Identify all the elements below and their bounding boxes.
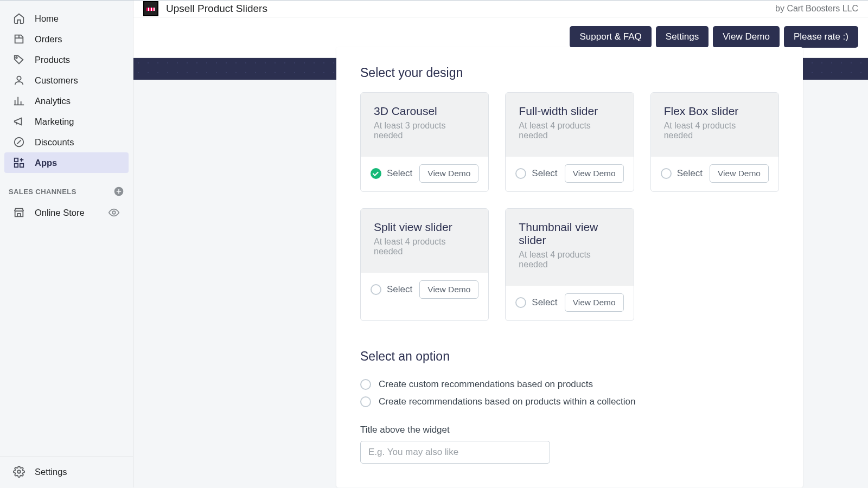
orders-icon	[13, 33, 25, 45]
discount-icon	[13, 136, 25, 148]
eye-icon[interactable]	[108, 207, 120, 219]
apps-icon	[13, 157, 25, 169]
svg-rect-5	[15, 164, 18, 167]
option-radio-item[interactable]: Create recommendations based on products…	[360, 393, 779, 410]
support-faq-button[interactable]: Support & FAQ	[570, 26, 651, 48]
design-card-title: Thumbnail view slider	[519, 221, 620, 247]
design-card-footer: Select View Demo	[651, 157, 778, 191]
design-card-subtitle: At least 4 products needed	[664, 121, 765, 140]
design-card-subtitle: At least 4 products needed	[374, 237, 475, 256]
design-select-radio[interactable]: Select	[371, 168, 412, 179]
design-view-demo-button[interactable]: View Demo	[565, 164, 624, 183]
svg-point-0	[16, 57, 17, 59]
nav-apps[interactable]: Apps	[4, 152, 129, 173]
megaphone-icon	[13, 115, 25, 127]
design-view-demo-button[interactable]: View Demo	[710, 164, 769, 183]
topbar: Upsell Product Sliders by Cart Boosters …	[133, 1, 868, 17]
design-card-footer: Select View Demo	[506, 157, 633, 191]
design-card-header: 3D Carousel At least 3 products needed	[361, 93, 488, 157]
design-card: Split view slider At least 4 products ne…	[360, 208, 489, 321]
nav-label: Analytics	[35, 96, 71, 106]
design-card-header: Split view slider At least 4 products ne…	[361, 209, 488, 273]
please-rate-button[interactable]: Please rate :)	[784, 26, 858, 48]
radio-icon	[360, 396, 371, 407]
widget-title-label: Title above the widget	[360, 425, 779, 435]
design-card-header: Full-width slider At least 4 products ne…	[506, 93, 633, 157]
svg-point-1	[17, 76, 21, 80]
design-card-subtitle: At least 4 products needed	[519, 250, 620, 269]
nav-customers[interactable]: Customers	[4, 70, 129, 91]
svg-rect-4	[20, 164, 23, 167]
design-card: Flex Box slider At least 4 products need…	[650, 92, 779, 192]
gear-icon	[13, 466, 25, 478]
option-label: Create custom recommendations based on p…	[379, 379, 593, 390]
design-card-title: Flex Box slider	[664, 105, 765, 118]
design-select-radio[interactable]: Select	[515, 168, 557, 179]
nav-label: Settings	[35, 467, 67, 477]
radio-icon	[371, 284, 381, 295]
option-label: Create recommendations based on products…	[379, 396, 635, 407]
nav-label: Online Store	[35, 208, 85, 218]
design-view-demo-button[interactable]: View Demo	[419, 280, 478, 299]
nav-orders[interactable]: Orders	[4, 29, 129, 49]
design-section-title: Select your design	[360, 66, 779, 80]
design-card-header: Thumbnail view slider At least 4 product…	[506, 209, 633, 286]
design-card: Thumbnail view slider At least 4 product…	[505, 208, 634, 321]
option-list: Create custom recommendations based on p…	[360, 376, 779, 410]
design-card-header: Flex Box slider At least 4 products need…	[651, 93, 778, 157]
nav-discounts[interactable]: Discounts	[4, 132, 129, 152]
widget-title-input[interactable]	[360, 441, 550, 464]
store-icon	[13, 207, 25, 219]
home-icon	[13, 12, 25, 24]
design-view-demo-button[interactable]: View Demo	[419, 164, 478, 183]
analytics-icon	[13, 95, 25, 107]
radio-icon	[360, 379, 371, 390]
app-title: Upsell Product Sliders	[166, 3, 267, 15]
radio-label: Select	[532, 168, 557, 179]
radio-icon	[515, 168, 526, 179]
design-card-footer: Select View Demo	[506, 286, 633, 320]
option-radio-item[interactable]: Create custom recommendations based on p…	[360, 376, 779, 393]
nav-label: Marketing	[35, 117, 74, 127]
nav-analytics[interactable]: Analytics	[4, 91, 129, 111]
design-card-footer: Select View Demo	[361, 157, 488, 191]
design-select-radio[interactable]: Select	[661, 168, 703, 179]
design-card: Full-width slider At least 4 products ne…	[505, 92, 634, 192]
nav-label: Home	[35, 14, 59, 24]
nav-online-store[interactable]: Online Store	[4, 202, 129, 223]
nav-settings[interactable]: Settings	[4, 461, 129, 482]
main-area: Upsell Product Sliders by Cart Boosters …	[133, 1, 868, 487]
design-grid: 3D Carousel At least 3 products needed S…	[360, 92, 779, 321]
radio-label: Select	[677, 168, 703, 179]
plus-circle-icon[interactable]	[113, 186, 124, 197]
nav-products[interactable]: Products	[4, 49, 129, 70]
svg-rect-3	[15, 158, 18, 162]
design-view-demo-button[interactable]: View Demo	[565, 293, 624, 312]
design-select-radio[interactable]: Select	[515, 297, 557, 308]
design-card-footer: Select View Demo	[361, 273, 488, 307]
nav-marketing[interactable]: Marketing	[4, 111, 129, 132]
tag-icon	[13, 54, 25, 66]
sidebar: Home Orders Products Customers Analytics…	[0, 1, 133, 487]
radio-label: Select	[532, 297, 557, 308]
radio-label: Select	[387, 168, 412, 179]
view-demo-button[interactable]: View Demo	[713, 26, 780, 48]
settings-button[interactable]: Settings	[656, 26, 709, 48]
design-card-title: 3D Carousel	[374, 105, 475, 118]
design-card-title: Split view slider	[374, 221, 475, 234]
design-card-subtitle: At least 4 products needed	[519, 121, 620, 140]
content-card: Select your design 3D Carousel At least …	[336, 47, 803, 487]
app-logo	[143, 1, 158, 16]
nav-home[interactable]: Home	[4, 8, 129, 29]
design-card: 3D Carousel At least 3 products needed S…	[360, 92, 489, 192]
radio-icon	[661, 168, 672, 179]
customer-icon	[13, 74, 25, 86]
design-select-radio[interactable]: Select	[371, 284, 412, 295]
svg-point-7	[112, 211, 116, 214]
radio-label: Select	[387, 284, 412, 295]
design-card-subtitle: At least 3 products needed	[374, 121, 475, 140]
app-byline: by Cart Boosters LLC	[775, 4, 858, 14]
radio-icon	[515, 297, 526, 308]
svg-point-8	[17, 470, 21, 473]
nav-label: Orders	[35, 34, 62, 44]
